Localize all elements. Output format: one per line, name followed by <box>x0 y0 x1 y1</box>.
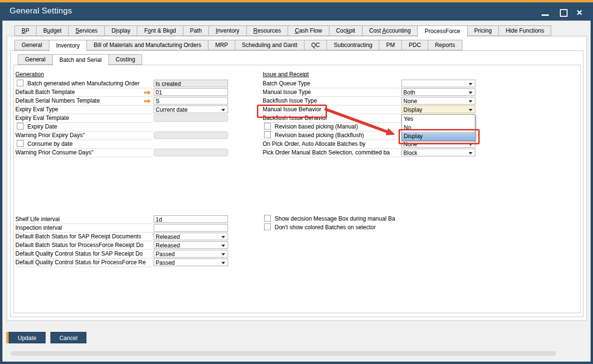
don-t-show-colored-batches-on-selector-checkbox[interactable] <box>264 223 271 230</box>
tab-hide-functions[interactable]: Hide Functions <box>498 25 551 36</box>
default-serial-numbers-template-input[interactable]: S <box>154 97 228 105</box>
tab-mrp[interactable]: MRP <box>208 40 235 50</box>
field-label: Warning Prior Consume Days" <box>15 149 94 156</box>
field-label: Default Serial Numbers Template <box>15 97 100 104</box>
dropdown-option-yes[interactable]: Yes <box>402 115 475 123</box>
field-row-default-quality-control-status-for-processforce-re: Default Quality Control Status for Proce… <box>15 258 228 267</box>
field-row-default-batch-status-for-processforce-receipt-do: Default Batch Status for ProcessForce Re… <box>15 241 228 250</box>
tab-bp[interactable]: BP <box>14 25 36 36</box>
tab-pdc[interactable]: PDC <box>401 40 428 50</box>
field-row-batch-queue-type: Batch Queue Type <box>263 80 475 88</box>
batch-generated-when-manufacturing-order-checkbox[interactable] <box>17 80 24 86</box>
tab-processforce[interactable]: ProcessForce <box>417 25 467 37</box>
tab-general[interactable]: General <box>18 54 53 65</box>
field-label: Expiry Eval Template <box>15 115 69 121</box>
default-batch-template-input[interactable]: 01 <box>154 88 228 96</box>
link-arrow-icon[interactable] <box>144 99 151 104</box>
batch-queue-type-select[interactable] <box>401 80 475 87</box>
cancel-button[interactable]: Cancel <box>50 332 86 343</box>
show-decision-message-box-during-manual-ba-checkbox[interactable] <box>264 215 271 222</box>
field-label: Default Batch Status for SAP Receipt Doc… <box>15 233 141 240</box>
field-label: Batch Queue Type <box>263 80 310 87</box>
field-label: Manual Issue Behavior <box>263 106 321 113</box>
tab-pricing[interactable]: Pricing <box>467 25 499 36</box>
tab-pm[interactable]: PM <box>379 40 402 50</box>
footer-buttons: Update Cancel <box>6 332 86 343</box>
expiry-date-checkbox[interactable] <box>17 123 24 129</box>
field-label: Expiry Date <box>27 123 57 130</box>
minimize-button[interactable] <box>539 8 551 18</box>
tab-subcontracting[interactable]: Subcontracting <box>327 40 379 50</box>
field-row-default-batch-template: Default Batch Template01 <box>15 88 228 97</box>
default-quality-control-status-for-processforce-re-select[interactable]: Passed <box>154 258 228 266</box>
maximize-button[interactable] <box>557 8 569 18</box>
shelf-life-interval-input[interactable]: 1d <box>154 215 228 223</box>
inspection-interval-input[interactable] <box>154 224 228 232</box>
tab-inventory[interactable]: Inventory <box>208 25 246 36</box>
tab-bar-level1: BPBudgetServicesDisplayFont & BkgdPathIn… <box>14 25 551 37</box>
batch-generated-when-manufacturing-order-input[interactable]: Is created <box>154 80 228 87</box>
field-row-don-t-show-colored-batches-on-selector: Don't show colored Batches on selector <box>263 223 475 232</box>
manual-issue-type-select[interactable]: Both <box>401 88 475 96</box>
default-batch-status-for-sap-receipt-documents-select[interactable]: Released <box>154 233 228 240</box>
field-label-area: Shelf Life interval <box>15 215 153 224</box>
field-label: Default Batch Status for ProcessForce Re… <box>15 242 144 248</box>
expiry-eval-template-input <box>154 114 228 122</box>
tab-display[interactable]: Display <box>104 25 137 36</box>
pick-order-manual-batch-selection-committed-ba-select[interactable]: Block <box>401 149 475 156</box>
field-label-area: Default Batch Status for SAP Receipt Doc… <box>15 233 153 241</box>
tab-resources[interactable]: Resources <box>246 25 288 36</box>
tab-cost-accounting[interactable]: Cost Accounting <box>362 25 418 36</box>
field-label: Show decision Message Box during manual … <box>275 215 395 222</box>
field-row-expiry-eval-template: Expiry Eval Template <box>15 114 228 123</box>
field-label-area: Revision based picking (Backflush) <box>263 131 401 140</box>
field-row-show-decision-message-box-during-manual-ba: Show decision Message Box during manual … <box>263 215 475 223</box>
tab-scheduling-and-gantt[interactable]: Scheduling and Gantt <box>235 40 304 50</box>
field-row-consume-by-date: Consume by date <box>15 140 228 149</box>
revision-based-picking-backflush-checkbox[interactable] <box>264 131 271 138</box>
tab-font-bkgd[interactable]: Font & Bkgd <box>137 25 183 36</box>
update-button[interactable]: Update <box>9 332 46 343</box>
field-label-area: Default Batch Template <box>15 88 153 97</box>
titlebar: General Settings ✕ <box>0 2 593 21</box>
manual-issue-behavior-select[interactable]: Display <box>401 106 475 113</box>
tab-bar-level3: GeneralBatch and SerialCosting <box>18 54 142 66</box>
field-label-area: Don't show colored Batches on selector <box>263 223 401 232</box>
default-batch-status-for-processforce-receipt-do-select[interactable]: Released <box>154 241 228 249</box>
scrollbar-thumb[interactable] <box>11 351 556 356</box>
dropdown-option-display[interactable]: Display <box>402 132 475 141</box>
tab-bill-of-materials-and-manufacturing-orders[interactable]: Bill of Materials and Manufacturing Orde… <box>86 40 208 50</box>
tab-path[interactable]: Path <box>183 25 209 36</box>
tab-inventory[interactable]: Inventory <box>49 40 87 51</box>
default-quality-control-status-for-sap-receipt-do-select[interactable]: Passed <box>154 250 228 258</box>
tab-cockpit[interactable]: Cockpit <box>329 25 363 36</box>
tab-budget[interactable]: Budget <box>36 25 69 36</box>
field-label: Manual Issue Type <box>263 89 311 95</box>
tab-services[interactable]: Services <box>68 25 105 36</box>
link-arrow-icon[interactable] <box>144 90 151 95</box>
tab-general[interactable]: General <box>14 40 49 50</box>
field-row-inspection-interval: Inspection interval <box>15 224 228 233</box>
consume-by-date-checkbox[interactable] <box>17 140 24 147</box>
field-label-area: Manual Issue Behavior <box>263 106 401 114</box>
on-pick-order-auto-allocate-batches-by-select[interactable]: None <box>401 140 475 148</box>
field-label-area: Consume by date <box>15 140 153 149</box>
tab-batch-and-serial[interactable]: Batch and Serial <box>52 54 109 66</box>
expiry-eval-type-select[interactable]: Current date <box>154 106 228 113</box>
revision-based-picking-manual-checkbox[interactable] <box>264 123 271 129</box>
field-row-manual-issue-type: Manual Issue TypeBoth <box>263 88 475 97</box>
tab-reports[interactable]: Reports <box>428 40 462 50</box>
field-label-area: Default Batch Status for ProcessForce Re… <box>15 241 153 250</box>
dropdown-option-no[interactable]: No <box>402 123 475 132</box>
maximize-icon <box>560 9 568 17</box>
close-button[interactable]: ✕ <box>573 8 586 18</box>
window-title: General Settings <box>10 6 72 16</box>
field-label: Expiry Eval Type <box>15 106 58 113</box>
field-label: Don't show colored Batches on selector <box>275 224 375 231</box>
horizontal-scrollbar[interactable] <box>4 350 588 357</box>
tab-cash-flow[interactable]: Cash Flow <box>288 25 329 36</box>
field-label-area: Manual Issue Type <box>263 88 401 97</box>
backflush-issue-type-select[interactable]: None <box>401 97 475 105</box>
tab-qc[interactable]: QC <box>304 40 327 50</box>
tab-costing[interactable]: Costing <box>109 54 143 65</box>
